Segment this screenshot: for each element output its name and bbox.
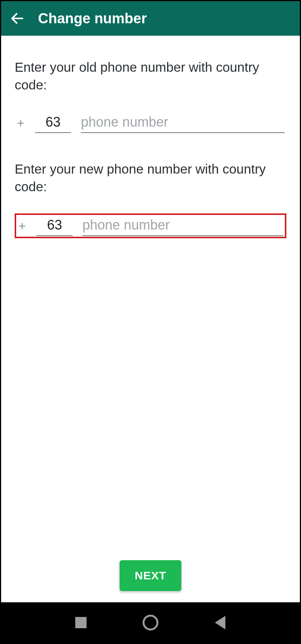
recents-button[interactable] <box>71 613 90 632</box>
content-area: Enter your old phone number with country… <box>1 36 300 602</box>
plus-icon: + <box>18 219 27 236</box>
app-bar: Change number <box>1 1 300 36</box>
back-button[interactable] <box>211 613 230 632</box>
back-arrow-icon[interactable] <box>8 9 27 28</box>
new-country-code-input[interactable] <box>36 217 73 236</box>
triangle-icon <box>215 616 225 629</box>
old-country-code-input[interactable] <box>35 114 71 133</box>
old-number-prompt: Enter your old phone number with country… <box>15 58 286 94</box>
next-button[interactable]: NEXT <box>120 560 181 591</box>
home-button[interactable] <box>141 613 160 632</box>
android-nav-bar <box>1 602 300 643</box>
new-phone-input[interactable] <box>82 217 283 236</box>
page-title: Change number <box>38 11 147 27</box>
new-number-row: + <box>15 213 286 238</box>
old-number-row: + <box>15 112 286 134</box>
new-number-prompt: Enter your new phone number with country… <box>15 160 286 196</box>
old-phone-input[interactable] <box>81 114 285 133</box>
plus-icon: + <box>16 116 25 133</box>
circle-icon <box>143 615 158 630</box>
square-icon <box>75 617 87 628</box>
